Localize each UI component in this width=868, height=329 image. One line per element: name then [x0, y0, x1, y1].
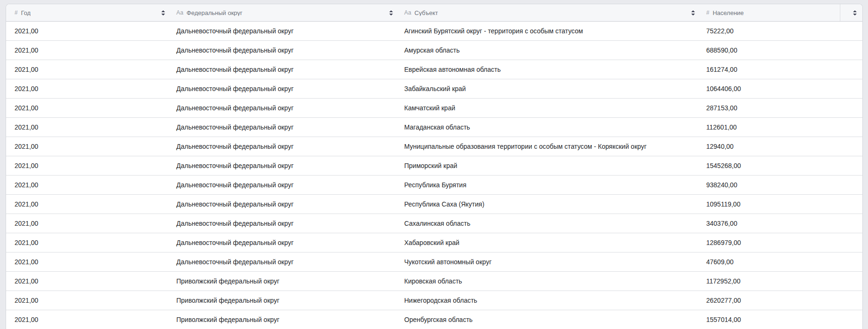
table-cell: Дальневосточный федеральный округ	[171, 79, 399, 98]
table-cell: 2021,00	[6, 272, 171, 291]
table-cell: Муниципальные образования территории с о…	[399, 137, 701, 156]
table-row: 2021,00Дальневосточный федеральный округ…	[6, 214, 862, 233]
table-row: 2021,00Дальневосточный федеральный округ…	[6, 79, 862, 99]
table-cell: Агинский Бурятский округ - территория с …	[399, 22, 701, 40]
sort-icon[interactable]	[852, 8, 858, 17]
table-cell: 2021,00	[6, 310, 171, 329]
table-row: 2021,00Дальневосточный федеральный округ…	[6, 22, 862, 41]
table-cell: Дальневосточный федеральный округ	[171, 60, 399, 79]
table-cell: Нижегородская область	[399, 291, 701, 310]
text-type-icon: Аа	[404, 10, 411, 15]
table-row: 2021,00Приволжский федеральный округНиже…	[6, 291, 862, 310]
table-cell: Еврейская автономная область	[399, 60, 701, 79]
table-cell: Амурская область	[399, 41, 701, 60]
table-cell: Дальневосточный федеральный округ	[171, 156, 399, 175]
column-header-year[interactable]: # Год	[6, 4, 171, 21]
table-cell: Чукотский автономный округ	[399, 252, 701, 271]
table-row: 2021,00Дальневосточный федеральный округ…	[6, 252, 862, 272]
table-cell: 2021,00	[6, 118, 171, 137]
table-row: 2021,00Дальневосточный федеральный округ…	[6, 156, 862, 176]
table-cell: 1286979,00	[701, 233, 862, 252]
sort-icon[interactable]	[388, 8, 394, 17]
table-cell: Дальневосточный федеральный округ	[171, 252, 399, 271]
table-cell: Дальневосточный федеральный округ	[171, 99, 399, 117]
table-cell: 688590,00	[701, 41, 862, 60]
table-cell: 75222,00	[701, 22, 862, 40]
table-cell: Приволжский федеральный округ	[171, 310, 399, 329]
column-header-federal-district[interactable]: Аа Федеральный округ	[171, 4, 399, 21]
data-table-card: # Год Аа Федеральный округ Аа Субъект # …	[6, 4, 863, 329]
table-cell: 2021,00	[6, 99, 171, 117]
table-cell: 161274,00	[701, 60, 862, 79]
column-label-federal-district: Федеральный округ	[187, 10, 242, 16]
table-cell: 12940,00	[701, 137, 862, 156]
table-cell: 47609,00	[701, 252, 862, 271]
table-cell: 2021,00	[6, 137, 171, 156]
table-cell: 287153,00	[701, 99, 862, 117]
text-type-icon: Аа	[176, 10, 183, 15]
table-cell: Дальневосточный федеральный округ	[171, 22, 399, 40]
table-cell: Магаданская область	[399, 118, 701, 137]
table-cell: Республика Саха (Якутия)	[399, 195, 701, 214]
table-cell: 1557014,00	[701, 310, 862, 329]
table-cell: Сахалинская область	[399, 214, 701, 233]
table-cell: 112601,00	[701, 118, 862, 137]
table-row: 2021,00Дальневосточный федеральный округ…	[6, 99, 862, 118]
table-row: 2021,00Приволжский федеральный округКиро…	[6, 272, 862, 291]
table-cell: 2021,00	[6, 156, 171, 175]
table-cell: Дальневосточный федеральный округ	[171, 233, 399, 252]
column-header-population[interactable]: # Население	[701, 4, 862, 21]
table-cell: Приморский край	[399, 156, 701, 175]
table-cell: Дальневосточный федеральный округ	[171, 137, 399, 156]
table-cell: Дальневосточный федеральный округ	[171, 41, 399, 60]
sort-icon[interactable]	[690, 8, 696, 17]
number-type-icon: #	[706, 10, 709, 15]
column-label-year: Год	[21, 10, 31, 16]
table-cell: Приволжский федеральный округ	[171, 272, 399, 291]
sort-icon-cell	[840, 4, 862, 21]
table-row: 2021,00Дальневосточный федеральный округ…	[6, 41, 862, 60]
table-row: 2021,00Дальневосточный федеральный округ…	[6, 60, 862, 79]
table-cell: Республика Бурятия	[399, 176, 701, 194]
table-row: 2021,00Дальневосточный федеральный округ…	[6, 137, 862, 156]
table-body: 2021,00Дальневосточный федеральный округ…	[6, 22, 862, 329]
table-header-row: # Год Аа Федеральный округ Аа Субъект # …	[6, 4, 862, 22]
table-cell: 2021,00	[6, 214, 171, 233]
table-cell: 2021,00	[6, 79, 171, 98]
table-cell: 2021,00	[6, 22, 171, 40]
table-cell: 2021,00	[6, 195, 171, 214]
table-cell: 1172952,00	[701, 272, 862, 291]
table-cell: 2021,00	[6, 291, 171, 310]
table-cell: Оренбургская область	[399, 310, 701, 329]
table-cell: Дальневосточный федеральный округ	[171, 176, 399, 194]
table-cell: 2021,00	[6, 41, 171, 60]
table-row: 2021,00Дальневосточный федеральный округ…	[6, 195, 862, 214]
table-cell: Дальневосточный федеральный округ	[171, 195, 399, 214]
table-cell: 340376,00	[701, 214, 862, 233]
table-cell: 2021,00	[6, 233, 171, 252]
table-row: 2021,00Дальневосточный федеральный округ…	[6, 176, 862, 195]
table-cell: 2021,00	[6, 60, 171, 79]
table-row: 2021,00Дальневосточный федеральный округ…	[6, 233, 862, 252]
table-row: 2021,00Приволжский федеральный округОрен…	[6, 310, 862, 329]
table-cell: 2620277,00	[701, 291, 862, 310]
table-cell: Дальневосточный федеральный округ	[171, 118, 399, 137]
table-cell: 1095119,00	[701, 195, 862, 214]
table-cell: 2021,00	[6, 252, 171, 271]
table-cell: Хабаровский край	[399, 233, 701, 252]
table-cell: Камчатский край	[399, 99, 701, 117]
table-cell: 1545268,00	[701, 156, 862, 175]
table-cell: Приволжский федеральный округ	[171, 291, 399, 310]
table-cell: 2021,00	[6, 176, 171, 194]
table-cell: Кировская область	[399, 272, 701, 291]
column-header-subject[interactable]: Аа Субъект	[399, 4, 701, 21]
table-cell: 938240,00	[701, 176, 862, 194]
number-type-icon: #	[15, 10, 18, 15]
sort-icon[interactable]	[160, 8, 166, 17]
column-label-population: Население	[713, 10, 744, 16]
column-label-subject: Субъект	[415, 10, 438, 16]
table-cell: 1064406,00	[701, 79, 862, 98]
table-cell: Забайкальский край	[399, 79, 701, 98]
table-cell: Дальневосточный федеральный округ	[171, 214, 399, 233]
table-row: 2021,00Дальневосточный федеральный округ…	[6, 118, 862, 137]
